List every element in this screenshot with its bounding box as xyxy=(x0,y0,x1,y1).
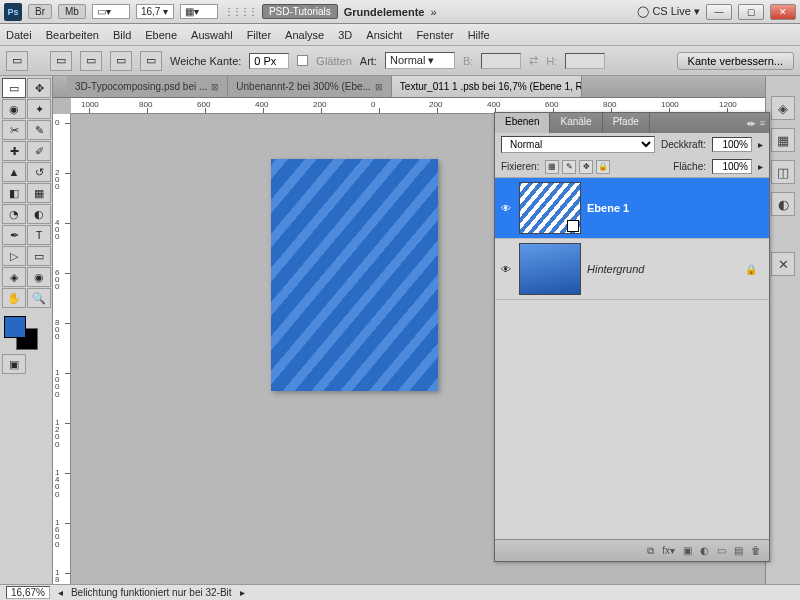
close-icon[interactable]: ⊠ xyxy=(375,82,383,92)
tab-kanaele[interactable]: Kanäle xyxy=(550,113,602,133)
gradient-tool[interactable]: ▦ xyxy=(27,183,51,203)
document-tab[interactable]: 3D-Typocomposing.psd bei ...⊠ xyxy=(67,76,228,97)
menu-hilfe[interactable]: Hilfe xyxy=(468,29,490,41)
menu-bearbeiten[interactable]: Bearbeiten xyxy=(46,29,99,41)
panel-menu-icon[interactable]: ≡ xyxy=(760,118,765,128)
cslive-button[interactable]: ◯ CS Live ▾ xyxy=(637,5,700,18)
menu-fenster[interactable]: Fenster xyxy=(416,29,453,41)
paths-panel-icon[interactable]: ◫ xyxy=(771,160,795,184)
add-selection-icon[interactable]: ▭ xyxy=(80,51,102,71)
type-tool[interactable]: T xyxy=(27,225,51,245)
style-select[interactable]: Normal ▾ xyxy=(385,52,455,69)
layer-fx-icon[interactable]: fx▾ xyxy=(662,545,675,556)
menu-3d[interactable]: 3D xyxy=(338,29,352,41)
3d-camera-tool[interactable]: ◉ xyxy=(27,267,51,287)
delete-layer-icon[interactable]: 🗑 xyxy=(751,545,761,556)
eyedropper-tool[interactable]: ✎ xyxy=(27,120,51,140)
quickmask-button[interactable]: ▣ xyxy=(2,354,26,374)
hand-tool[interactable]: ✋ xyxy=(2,288,26,308)
refine-edge-button[interactable]: Kante verbessern... xyxy=(677,52,794,70)
link-layers-icon[interactable]: ⧉ xyxy=(647,545,654,557)
pen-tool[interactable]: ✒ xyxy=(2,225,26,245)
3d-tool[interactable]: ◈ xyxy=(2,267,26,287)
layer-row[interactable]: 👁 Hintergrund 🔒 xyxy=(495,239,769,300)
lock-paint-icon[interactable]: ✎ xyxy=(562,160,576,174)
feather-input[interactable] xyxy=(249,53,289,69)
layers-panel-icon[interactable]: ◈ xyxy=(771,96,795,120)
marquee-tool[interactable]: ▭ xyxy=(2,78,26,98)
stamp-tool[interactable]: ▲ xyxy=(2,162,26,182)
minimize-button[interactable]: — xyxy=(706,4,732,20)
foreground-color[interactable] xyxy=(4,316,26,338)
layer-name[interactable]: Hintergrund xyxy=(587,263,644,275)
layer-thumbnail[interactable] xyxy=(519,243,581,295)
subtract-selection-icon[interactable]: ▭ xyxy=(110,51,132,71)
more-icon[interactable]: » xyxy=(430,6,436,18)
lock-all-icon[interactable]: 🔒 xyxy=(596,160,610,174)
move-tool[interactable]: ✥ xyxy=(27,78,51,98)
layer-mask-icon[interactable]: ▣ xyxy=(683,545,692,556)
layer-row[interactable]: 👁 Ebene 1 xyxy=(495,178,769,239)
lock-position-icon[interactable]: ✥ xyxy=(579,160,593,174)
status-zoom[interactable]: 16,67% xyxy=(6,586,50,599)
close-icon[interactable]: ⊠ xyxy=(211,82,219,92)
status-prev-icon[interactable]: ◂ xyxy=(58,587,63,598)
wand-tool[interactable]: ✦ xyxy=(27,99,51,119)
brush-tool[interactable]: ✐ xyxy=(27,141,51,161)
lasso-tool[interactable]: ◉ xyxy=(2,99,26,119)
tab-ebenen[interactable]: Ebenen xyxy=(495,113,550,133)
crop-tool[interactable]: ✂ xyxy=(2,120,26,140)
channels-panel-icon[interactable]: ▦ xyxy=(771,128,795,152)
menu-datei[interactable]: Datei xyxy=(6,29,32,41)
screen-mode-select[interactable]: ▭▾ xyxy=(92,4,130,19)
collapse-icon[interactable]: ◂▸ xyxy=(746,118,756,128)
document-canvas[interactable] xyxy=(271,159,438,391)
heal-tool[interactable]: ✚ xyxy=(2,141,26,161)
visibility-icon[interactable]: 👁 xyxy=(499,201,513,215)
adjustments-panel-icon[interactable]: ◐ xyxy=(771,192,795,216)
new-layer-icon[interactable]: ▤ xyxy=(734,545,743,556)
close-button[interactable]: ✕ xyxy=(770,4,796,20)
status-next-icon[interactable]: ▸ xyxy=(240,587,245,598)
status-info[interactable]: Belichtung funktioniert nur bei 32-Bit xyxy=(71,587,232,598)
antialias-checkbox[interactable] xyxy=(297,55,308,66)
zoom-tool[interactable]: 🔍 xyxy=(27,288,51,308)
opacity-flyout-icon[interactable]: ▸ xyxy=(758,139,763,150)
zoom-select[interactable]: 16,7 ▾ xyxy=(136,4,174,19)
layer-thumbnail[interactable] xyxy=(519,182,581,234)
view-extras-select[interactable]: ▦▾ xyxy=(180,4,218,19)
workspace-name[interactable]: Grundelemente xyxy=(344,6,425,18)
menu-bild[interactable]: Bild xyxy=(113,29,131,41)
fill-flyout-icon[interactable]: ▸ xyxy=(758,161,763,172)
adjustment-layer-icon[interactable]: ◐ xyxy=(700,545,709,556)
document-tab[interactable]: Unbenannt-2 bei 300% (Ebe...⊠ xyxy=(228,76,392,97)
layer-name[interactable]: Ebene 1 xyxy=(587,202,629,214)
menu-ebene[interactable]: Ebene xyxy=(145,29,177,41)
ruler-vertical[interactable]: 02 0 04 0 06 0 08 0 01 0 0 01 2 0 01 4 0… xyxy=(53,114,71,584)
path-select-tool[interactable]: ▷ xyxy=(2,246,26,266)
menu-auswahl[interactable]: Auswahl xyxy=(191,29,233,41)
bridge-button[interactable]: Br xyxy=(28,4,52,19)
shape-tool[interactable]: ▭ xyxy=(27,246,51,266)
workspace-tutorials[interactable]: PSD-Tutorials xyxy=(262,4,338,19)
new-selection-icon[interactable]: ▭ xyxy=(50,51,72,71)
eraser-tool[interactable]: ◧ xyxy=(2,183,26,203)
color-swatches[interactable] xyxy=(2,314,50,350)
minibridge-button[interactable]: Mb xyxy=(58,4,86,19)
maximize-button[interactable]: ▢ xyxy=(738,4,764,20)
blend-mode-select[interactable]: Normal xyxy=(501,136,655,153)
document-tab-active[interactable]: Textur_011 1 .psb bei 16,7% (Ebene 1, RG… xyxy=(392,76,582,97)
menu-filter[interactable]: Filter xyxy=(247,29,271,41)
history-panel-icon[interactable]: ✕ xyxy=(771,252,795,276)
tool-preset-icon[interactable]: ▭ xyxy=(6,51,28,71)
group-icon[interactable]: ▭ xyxy=(717,545,726,556)
lock-transparency-icon[interactable]: ▦ xyxy=(545,160,559,174)
fill-input[interactable] xyxy=(712,159,752,174)
menu-analyse[interactable]: Analyse xyxy=(285,29,324,41)
opacity-input[interactable] xyxy=(712,137,752,152)
tab-pfade[interactable]: Pfade xyxy=(603,113,650,133)
blur-tool[interactable]: ◔ xyxy=(2,204,26,224)
dodge-tool[interactable]: ◐ xyxy=(27,204,51,224)
menu-ansicht[interactable]: Ansicht xyxy=(366,29,402,41)
visibility-icon[interactable]: 👁 xyxy=(499,262,513,276)
